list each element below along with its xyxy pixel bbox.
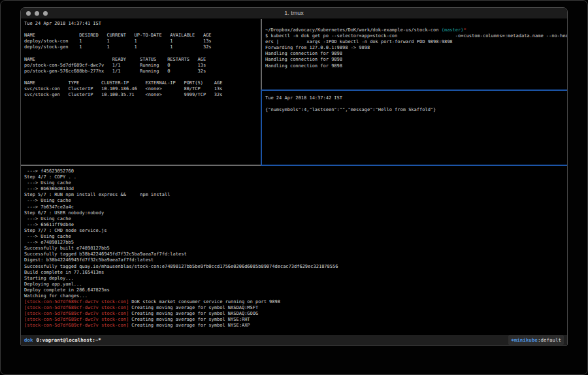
terminal-line: [stock-con-5d7df689cf-dwc7v stock-con] D… xyxy=(24,299,567,305)
terminal-line: [stock-con-5d7df689cf-dwc7v stock-con] C… xyxy=(24,305,567,311)
terminal-line: ~/Dropbox/advocacy/Kubernetes/DoK/work/d… xyxy=(265,27,567,33)
terminal-line: Build complete in 77.165413ms xyxy=(24,270,567,276)
terminal-line: deploy/stock-con 1 1 1 1 13s xyxy=(24,39,261,44)
terminal-line: ---> 0b636bd013dd xyxy=(24,186,567,192)
tmux-content: Tue 24 Apr 2018 14:37:41 IST NAME DESIRE… xyxy=(21,19,567,335)
terminal-line: ---> Using cache xyxy=(24,180,567,186)
terminal-line: {"numsymbols":4,"lastseen":"","message":… xyxy=(265,107,567,113)
terminal-line: Handling connection for 9898 xyxy=(265,57,567,63)
terminal-line: [stock-con-5d7df689cf-dwc7v stock-con] C… xyxy=(24,317,567,323)
window-title: 1. tmux xyxy=(21,8,567,19)
terminal-line: Forwarding from 127.0.0.1:9898 -> 9898 xyxy=(265,45,567,51)
window-list-item[interactable]: 0:vagrant@localhost:~* xyxy=(37,335,101,345)
screenshot-canvas: 1. tmux Tue 24 Apr 2018 14:37:41 IST NAM… xyxy=(0,0,588,375)
terminal-line: ---> Using cache xyxy=(24,216,567,222)
terminal-line: Tue 24 Apr 2018 14:37:42 IST xyxy=(265,95,567,101)
terminal-line: Handling connection for 9898 xyxy=(265,51,567,57)
pane-shell-portforward[interactable]: ~/Dropbox/advocacy/Kubernetes/DoK/work/d… xyxy=(263,19,567,90)
terminal-line xyxy=(24,27,261,33)
terminal-line: Successfully built e74898127bb5 xyxy=(24,246,567,252)
terminal-line: po/stock-con-5d7df689cf-dwc7v 1/1 Runnin… xyxy=(24,63,261,69)
window-titlebar[interactable]: 1. tmux xyxy=(21,8,567,19)
kube-context-chip: ⎈ minikube :default xyxy=(508,335,564,345)
terminal-line: NAME READY STATUS RESTARTS AGE xyxy=(24,57,261,63)
pane-kubectl-watch[interactable]: Tue 24 Apr 2018 14:37:41 IST NAME DESIRE… xyxy=(21,19,261,165)
terminal-line: NAME TYPE CLUSTER-IP EXTERNAL-IP PORT(S)… xyxy=(24,80,261,86)
terminal-line: Step 4/7 : COPY . . xyxy=(24,174,567,180)
terminal-line xyxy=(265,101,567,107)
terminal-line xyxy=(24,74,261,80)
terminal-line: Starting deploy... xyxy=(24,276,567,282)
status-left: dok 0:vagrant@localhost:~* xyxy=(24,335,101,345)
terminal-line: Watching for changes... xyxy=(24,293,567,299)
terminal-line: NAME DESIRED CURRENT UP-TO-DATE AVAILABL… xyxy=(24,33,261,39)
terminal-line: Handling connection for 9898 xyxy=(265,63,567,69)
terminal-line: ---> 7b6347ce2a4c xyxy=(24,204,567,210)
terminal-line: Step 6/7 : USER nobody:nobody xyxy=(24,210,567,216)
terminal-line: Step 7/7 : CMD node service.js xyxy=(24,228,567,234)
kube-namespace: :default xyxy=(538,335,561,345)
terminal-line: Step 5/7 : RUN npm install express && np… xyxy=(24,192,567,198)
terminal-line: ---> 65611ff9db4e xyxy=(24,222,567,228)
terminal-line: Successfully tagged quay.io/mhausenblas/… xyxy=(24,264,567,270)
terminal-line: Tue 24 Apr 2018 14:37:41 IST xyxy=(24,21,261,27)
terminal-line: [stock-con-5d7df689cf-dwc7v stock-con] C… xyxy=(24,323,567,329)
terminal-line xyxy=(24,50,261,56)
terminal-line: ---> f45623052760 xyxy=(24,169,567,174)
pane-curl-output[interactable]: Tue 24 Apr 2018 14:37:42 IST {"numsymbol… xyxy=(263,91,567,165)
terminal-line: Deploying app.yaml... xyxy=(24,282,567,287)
terminal-line: ---> e74898127bb5 xyxy=(24,240,567,246)
pane-skaffold-build-log[interactable]: ---> f45623052760Step 4/7 : COPY . . ---… xyxy=(21,166,567,335)
kube-context-name: minikube xyxy=(514,335,538,345)
divider-segment-blue xyxy=(261,90,262,165)
terminal-window: 1. tmux Tue 24 Apr 2018 14:37:41 IST NAM… xyxy=(20,7,568,346)
terminal-line: po/stock-gen-576cc688bb-277hx 1/1 Runnin… xyxy=(24,69,261,74)
terminal-line: Digest: b38b42246945fd7f32c5ba9aea7af7fd… xyxy=(24,257,567,263)
divider-segment-grey xyxy=(261,19,262,90)
terminal-line: ---> Using cache xyxy=(24,234,567,240)
terminal-line: ers | xargs -IPOD kubectl -n dok port-fo… xyxy=(265,39,567,45)
terminal-line: svc/stock-con ClusterIP 10.109.186.46 <n… xyxy=(24,86,261,92)
terminal-line: deploy/stock-gen 1 1 1 1 32s xyxy=(24,44,261,50)
terminal-line: svc/stock-gen ClusterIP 10.100.35.71 <no… xyxy=(24,92,261,98)
terminal-line: Successfully tagged b38b42246945fd7f32c5… xyxy=(24,252,567,257)
session-name-badge: dok xyxy=(24,335,33,345)
terminal-line: Deploy complete in 286.647823ms xyxy=(24,287,567,293)
tmux-status-bar: dok 0:vagrant@localhost:~* ⎈ minikube :d… xyxy=(21,335,567,345)
terminal-line: [stock-con-5d7df689cf-dwc7v stock-con] C… xyxy=(24,311,567,317)
terminal-line: ---> Using cache xyxy=(24,198,567,204)
pane-divider-vertical[interactable] xyxy=(261,19,262,165)
terminal-line: $ kubectl -n dok get po --selector=app=s… xyxy=(265,33,567,39)
